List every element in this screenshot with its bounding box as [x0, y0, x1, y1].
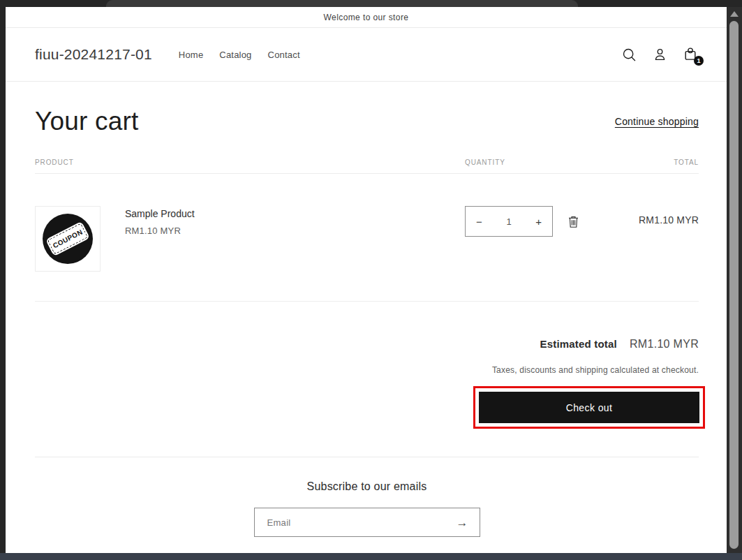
remove-item-button[interactable] — [567, 215, 579, 230]
search-button[interactable] — [621, 46, 637, 63]
page-title: Your cart — [35, 107, 139, 136]
tax-note: Taxes, discounts and shipping calculated… — [35, 365, 699, 375]
cart-item-row: COUPON Sample Product RM1.10 MYR − 1 + — [35, 174, 699, 302]
announcement-bar: Welcome to our store — [6, 7, 727, 28]
newsletter-form: → — [254, 508, 480, 537]
site-footer: Subscribe to our emails → — [35, 457, 699, 553]
cart-footer: Estimated total RM1.10 MYR Taxes, discou… — [35, 338, 699, 429]
account-icon — [653, 47, 667, 62]
estimated-total-value: RM1.10 MYR — [630, 338, 699, 351]
estimated-total-label: Estimated total — [540, 338, 617, 350]
scrollbar-thumb[interactable] — [729, 21, 739, 549]
window-top-tab — [106, 0, 578, 7]
account-button[interactable] — [651, 46, 668, 63]
cart-table-header: Product Quantity Total — [35, 159, 699, 174]
browser-scrollbar[interactable] — [727, 7, 742, 553]
quantity-value[interactable]: 1 — [506, 216, 511, 227]
nav-link-catalog[interactable]: Catalog — [219, 50, 251, 60]
arrow-right-icon: → — [457, 516, 468, 529]
newsletter-submit-button[interactable]: → — [457, 517, 468, 529]
checkout-highlight-box: Check out — [473, 386, 705, 429]
product-image[interactable]: COUPON — [35, 206, 101, 272]
cart-section: Your cart Continue shopping Product Quan… — [6, 107, 727, 553]
main-nav: Home Catalog Contact — [179, 50, 300, 60]
product-price: RM1.10 MYR — [125, 226, 195, 236]
nav-link-home[interactable]: Home — [179, 50, 203, 60]
quantity-increase-button[interactable]: + — [535, 216, 542, 227]
cart-count-badge: 1 — [694, 56, 704, 66]
store-page: Welcome to our store fiuu-20241217-01 Ho… — [6, 7, 727, 553]
store-name-link[interactable]: fiuu-20241217-01 — [35, 46, 152, 63]
column-total: Total — [618, 159, 699, 166]
line-item-total: RM1.10 MYR — [618, 206, 699, 226]
column-quantity: Quantity — [465, 159, 618, 166]
announcement-text: Welcome to our store — [324, 13, 409, 22]
checkout-button[interactable]: Check out — [479, 392, 699, 423]
window-bottom-bar — [0, 553, 742, 560]
column-product: Product — [35, 159, 465, 166]
search-icon — [622, 47, 637, 62]
quantity-decrease-button[interactable]: − — [476, 216, 482, 227]
email-field[interactable] — [267, 517, 457, 528]
product-title-link[interactable]: Sample Product — [125, 206, 195, 219]
quantity-stepper: − 1 + — [465, 206, 553, 237]
nav-link-contact[interactable]: Contact — [268, 50, 300, 60]
cart-button[interactable]: 1 — [682, 46, 699, 63]
coupon-stamp: COUPON — [43, 214, 93, 264]
site-header: fiuu-20241217-01 Home Catalog Contact — [6, 28, 727, 82]
subscribe-heading: Subscribe to our emails — [35, 480, 699, 493]
coupon-label: COUPON — [52, 228, 84, 250]
continue-shopping-link[interactable]: Continue shopping — [615, 116, 699, 127]
trash-icon — [567, 220, 579, 230]
scroll-up-arrow-icon[interactable] — [730, 11, 739, 17]
header-icons: 1 — [621, 46, 699, 63]
